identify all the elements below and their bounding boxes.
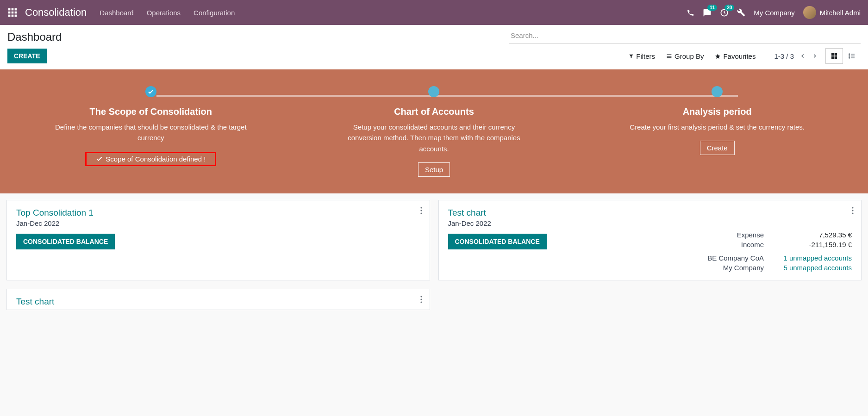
kanban-card[interactable]: Test chart Jan-Dec 2022 CONSOLIDATED BAL… [438, 200, 862, 280]
onboarding-step-scope: The Scope of Consolidation Define the co… [54, 86, 248, 177]
svg-rect-2 [15, 8, 17, 11]
activities-badge: 20 [724, 5, 734, 11]
card-subtitle: Jan-Dec 2022 [16, 219, 420, 227]
step-desc: Create your first analysis period & set … [620, 122, 814, 132]
kanban-view: Top Consolidation 1 Jan-Dec 2022 CONSOLI… [0, 193, 868, 317]
card-subtitle: Jan-Dec 2022 [448, 219, 852, 227]
svg-rect-0 [8, 8, 11, 11]
svg-rect-7 [12, 15, 14, 17]
user-name: Mitchell Admi [820, 9, 861, 17]
unmapped-link[interactable]: 5 unmapped accounts [782, 264, 852, 272]
list-icon [666, 53, 672, 59]
metric-row: Income -211,159.19 € [558, 240, 852, 249]
step-desc: Setup your consolidated accounts and the… [337, 122, 531, 154]
metric-row: Expense 7,529.35 € [558, 230, 852, 240]
card-metrics: Expense 7,529.35 € Income -211,159.19 € … [558, 230, 852, 273]
svg-point-19 [849, 56, 850, 56]
step-dot [428, 86, 439, 97]
step-dot [712, 86, 723, 97]
scope-defined-status[interactable]: Scope of Consolidation defined ! [85, 152, 216, 166]
step-title: Analysis period [620, 106, 814, 117]
nav-configuration[interactable]: Configuration [194, 9, 235, 17]
setup-button[interactable]: Setup [418, 162, 450, 177]
svg-rect-14 [835, 53, 837, 56]
groupby-dropdown[interactable]: Group By [666, 52, 704, 60]
kanban-card[interactable]: Test chart [6, 289, 430, 310]
search-input[interactable] [509, 29, 861, 43]
svg-point-23 [420, 207, 422, 208]
card-menu-icon[interactable] [420, 207, 422, 214]
messages-badge: 11 [707, 5, 717, 11]
pager-value[interactable]: 1-3 / 3 [774, 52, 794, 60]
phone-icon[interactable] [687, 9, 694, 17]
svg-rect-15 [831, 56, 834, 59]
consolidated-balance-button[interactable]: CONSOLIDATED BALANCE [448, 234, 547, 249]
control-panel: Dashboard CREATE Filters Group By Favour… [0, 25, 868, 69]
activities-icon[interactable]: 20 [720, 8, 729, 17]
card-title[interactable]: Top Consolidation 1 [16, 208, 420, 218]
filters-dropdown[interactable]: Filters [629, 52, 655, 60]
step-title: Chart of Accounts [337, 106, 531, 117]
nav-menu: Dashboard Operations Configuration [100, 9, 235, 17]
svg-point-24 [420, 210, 422, 211]
company-row: My Company 5 unmapped accounts [558, 263, 852, 273]
debug-icon[interactable] [737, 8, 745, 17]
svg-point-27 [852, 210, 853, 211]
view-switcher [825, 48, 861, 64]
svg-point-25 [420, 212, 422, 214]
svg-rect-4 [12, 12, 14, 14]
step-title: The Scope of Consolidation [54, 106, 248, 117]
svg-rect-3 [8, 12, 11, 14]
pager-next[interactable] [812, 53, 818, 59]
kanban-card[interactable]: Top Consolidation 1 Jan-Dec 2022 CONSOLI… [6, 200, 430, 280]
check-icon [96, 155, 103, 162]
list-view-button[interactable] [843, 48, 861, 64]
svg-point-21 [849, 57, 850, 58]
svg-rect-16 [835, 56, 837, 59]
onboarding-step-period: Analysis period Create your first analys… [620, 86, 814, 177]
svg-rect-8 [15, 15, 17, 17]
svg-rect-1 [12, 8, 14, 11]
user-menu[interactable]: Mitchell Admi [803, 6, 861, 19]
pager-prev[interactable] [799, 53, 806, 59]
onboarding-banner: The Scope of Consolidation Define the co… [0, 69, 868, 193]
svg-point-17 [849, 54, 850, 55]
funnel-icon [629, 54, 634, 59]
pager: 1-3 / 3 [774, 52, 818, 60]
card-menu-icon[interactable] [420, 296, 422, 303]
messages-icon[interactable]: 11 [703, 8, 712, 17]
onboarding-step-coa: Chart of Accounts Setup your consolidate… [337, 86, 531, 177]
nav-dashboard[interactable]: Dashboard [100, 9, 133, 17]
app-brand[interactable]: Consolidation [25, 6, 87, 19]
create-period-button[interactable]: Create [700, 141, 735, 155]
create-button[interactable]: CREATE [7, 49, 47, 63]
svg-point-30 [420, 298, 422, 300]
kanban-view-button[interactable] [825, 48, 843, 64]
nav-operations[interactable]: Operations [147, 9, 181, 17]
svg-rect-5 [15, 12, 17, 14]
top-navbar: Consolidation Dashboard Operations Confi… [0, 0, 868, 25]
check-icon [148, 89, 154, 95]
svg-point-28 [852, 212, 853, 214]
svg-point-31 [420, 301, 422, 303]
avatar [803, 6, 816, 19]
card-title[interactable]: Test chart [16, 297, 420, 307]
star-icon [715, 53, 721, 59]
svg-rect-6 [8, 15, 11, 17]
card-menu-icon[interactable] [852, 207, 854, 214]
svg-point-29 [420, 296, 422, 297]
card-title[interactable]: Test chart [448, 208, 852, 218]
company-switcher[interactable]: My Company [754, 9, 794, 17]
company-row: BE Company CoA 1 unmapped accounts [558, 253, 852, 263]
unmapped-link[interactable]: 1 unmapped accounts [782, 254, 852, 262]
favourites-dropdown[interactable]: Favourites [715, 52, 756, 60]
svg-rect-13 [831, 53, 834, 56]
svg-point-26 [852, 207, 853, 208]
apps-icon[interactable] [7, 7, 18, 18]
consolidated-balance-button[interactable]: CONSOLIDATED BALANCE [16, 234, 115, 249]
page-title: Dashboard [7, 29, 62, 43]
step-dot-done [145, 86, 156, 97]
step-desc: Define the companies that should be cons… [54, 122, 248, 143]
systray: 11 20 My Company Mitchell Admi [687, 6, 861, 19]
